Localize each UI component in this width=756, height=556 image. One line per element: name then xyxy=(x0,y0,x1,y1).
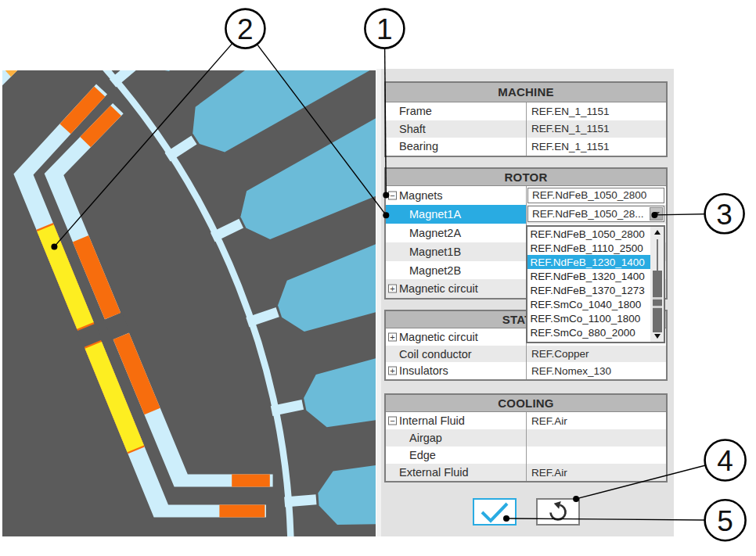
property-row[interactable]: ShaftREF.EN_1_1151 xyxy=(386,120,666,138)
property-label-cell[interactable]: Shaft xyxy=(386,120,527,138)
property-label: Magnetic circuit xyxy=(399,282,478,295)
property-label-cell[interactable]: External Fluid xyxy=(386,464,527,481)
property-row[interactable]: +InsulatorsREF.Nomex_130 xyxy=(386,362,666,379)
up-triangle-shape xyxy=(654,230,661,235)
property-label-cell[interactable]: Coil conductor xyxy=(386,346,527,363)
property-label-cell[interactable]: Bearing xyxy=(386,138,527,156)
callout-2: 2 xyxy=(225,9,265,48)
property-row[interactable]: Edge xyxy=(386,447,666,464)
expand-minus-icon[interactable]: − xyxy=(388,417,397,425)
rotor-section-header: ROTOR xyxy=(386,169,666,186)
expand-plus-icon[interactable]: + xyxy=(388,285,397,293)
scroll-down-icon[interactable] xyxy=(650,332,664,341)
property-label: Magnet1A xyxy=(409,208,461,221)
property-label-cell[interactable]: −Internal Fluid xyxy=(386,412,527,429)
callout-1: 1 xyxy=(365,9,404,48)
property-value-cell[interactable]: REF.Air xyxy=(527,464,666,481)
combo-dropdown-button[interactable] xyxy=(650,207,663,221)
ok-apply-button[interactable] xyxy=(473,498,517,526)
thumb-grip xyxy=(653,297,662,300)
property-label: Shaft xyxy=(399,123,426,135)
property-label-cell[interactable]: Magnet2A xyxy=(386,224,527,242)
callout-4: 4 xyxy=(705,440,746,481)
property-row[interactable]: BearingREF.EN_1_1151 xyxy=(386,138,666,156)
material-value: REF.Nomex_130 xyxy=(527,365,611,377)
reset-button[interactable] xyxy=(536,498,580,526)
property-label: Internal Fluid xyxy=(399,414,465,427)
property-value-cell[interactable]: REF.EN_1_1151 xyxy=(527,120,666,138)
down-triangle-shape xyxy=(654,334,661,339)
dropdown-option[interactable]: REF.SmCo_1100_1800 xyxy=(527,312,664,326)
property-label-cell[interactable]: Airgap xyxy=(386,429,527,447)
svg-text:2: 2 xyxy=(237,13,254,45)
property-row[interactable]: Airgap xyxy=(386,429,666,447)
property-label: External Fluid xyxy=(399,466,469,479)
materials-property-panel: MACHINE FrameREF.EN_1_1151 ShaftREF.EN_1… xyxy=(376,69,674,536)
svg-text:5: 5 xyxy=(717,505,733,537)
property-value-cell[interactable]: REF.NdFeB_1050_2800 xyxy=(527,186,666,205)
property-label: Bearing xyxy=(399,140,438,152)
property-value-cell[interactable]: REF.Copper xyxy=(527,346,666,363)
property-value-cell[interactable]: REF.NdFeB_1050_28... xyxy=(527,205,666,224)
property-label-cell[interactable]: Frame xyxy=(386,102,527,120)
material-value: REF.NdFeB_1050_2800 xyxy=(528,189,646,201)
property-label-cell[interactable]: Magnet2B xyxy=(386,261,527,280)
scrollbar-thumb[interactable] xyxy=(653,271,662,332)
property-value-cell[interactable] xyxy=(527,447,666,464)
callout-5: 5 xyxy=(705,500,746,540)
property-label-cell[interactable]: Magnet1B xyxy=(386,242,527,261)
motor-cross-section-view[interactable] xyxy=(2,70,376,536)
dropdown-option[interactable]: REF.NdFeB_1230_1400 xyxy=(527,255,664,269)
material-dropdown-list[interactable]: REF.NdFeB_1050_2800 REF.NdFeB_1110_2500 … xyxy=(526,225,666,343)
dropdown-option[interactable]: REF.NdFeB_1370_1273 xyxy=(527,283,664,297)
property-label-cell[interactable]: −Magnets xyxy=(386,186,527,205)
material-combo[interactable]: REF.NdFeB_1050_28... xyxy=(527,206,664,222)
property-value-cell[interactable]: REF.Nomex_130 xyxy=(527,362,666,379)
scrollbar-rail xyxy=(657,239,659,271)
scroll-up-icon[interactable] xyxy=(650,228,664,237)
cooling-table: COOLING −Internal FluidREF.Air Airgap Ed… xyxy=(384,393,668,482)
material-value: REF.EN_1_1151 xyxy=(527,141,610,152)
property-value-cell[interactable]: REF.EN_1_1151 xyxy=(527,102,666,120)
property-row[interactable]: FrameREF.EN_1_1151 xyxy=(386,102,666,120)
property-label-cell[interactable]: +Insulators xyxy=(386,362,527,379)
property-label: Magnet1B xyxy=(409,246,461,258)
material-value: REF.Copper xyxy=(527,348,589,360)
reset-rotate-icon xyxy=(547,501,569,523)
machine-section-header: MACHINE xyxy=(386,83,666,102)
material-value: REF.Air xyxy=(527,415,567,427)
property-row[interactable]: External FluidREF.Air xyxy=(386,464,666,481)
property-label: Airgap xyxy=(409,432,442,444)
material-value-box[interactable]: REF.NdFeB_1050_2800 xyxy=(527,188,664,204)
dropdown-option[interactable]: REF.SmCo_880_2000 xyxy=(527,326,664,340)
expand-minus-icon[interactable]: − xyxy=(388,191,397,199)
expand-plus-icon[interactable]: + xyxy=(388,332,397,341)
property-value-cell[interactable]: REF.Air xyxy=(527,412,666,429)
property-value-cell[interactable]: REF.EN_1_1151 xyxy=(527,138,666,156)
dropdown-option[interactable]: REF.SmCo_1040_1800 xyxy=(527,297,664,311)
property-row[interactable]: Coil conductorREF.Copper xyxy=(386,346,666,363)
property-label: Magnetic circuit xyxy=(399,331,478,343)
dropdown-option[interactable]: REF.NdFeB_1050_2800 xyxy=(527,227,664,241)
property-label-cell[interactable]: +Magnetic circuit xyxy=(386,328,527,346)
property-label: Magnets xyxy=(399,189,443,202)
property-label-cell[interactable]: Magnet1A xyxy=(386,205,527,224)
dropdown-scrollbar[interactable] xyxy=(650,227,664,342)
property-label: Frame xyxy=(399,105,432,117)
checkmark-icon xyxy=(478,500,511,524)
application-window: MACHINE FrameREF.EN_1_1151 ShaftREF.EN_1… xyxy=(0,0,756,556)
property-label-cell[interactable]: Edge xyxy=(386,447,527,464)
dropdown-option[interactable]: REF.NdFeB_1110_2500 xyxy=(527,241,664,255)
expand-plus-icon[interactable]: + xyxy=(388,367,397,375)
property-row[interactable]: Magnet1AREF.NdFeB_1050_28... xyxy=(386,205,666,224)
property-label: Coil conductor xyxy=(399,348,472,361)
property-row[interactable]: −MagnetsREF.NdFeB_1050_2800 xyxy=(386,186,666,205)
dropdown-option[interactable]: REF.NdFeB_1320_1400 xyxy=(527,269,664,283)
machine-table: MACHINE FrameREF.EN_1_1151 ShaftREF.EN_1… xyxy=(384,81,668,157)
property-value-cell[interactable] xyxy=(527,429,666,447)
cooling-section-header: COOLING xyxy=(386,395,666,412)
property-label: Magnet2B xyxy=(409,264,461,277)
property-row[interactable]: −Internal FluidREF.Air xyxy=(386,412,666,429)
property-label-cell[interactable]: +Magnetic circuit xyxy=(386,279,527,298)
property-label: Magnet2A xyxy=(409,227,461,239)
